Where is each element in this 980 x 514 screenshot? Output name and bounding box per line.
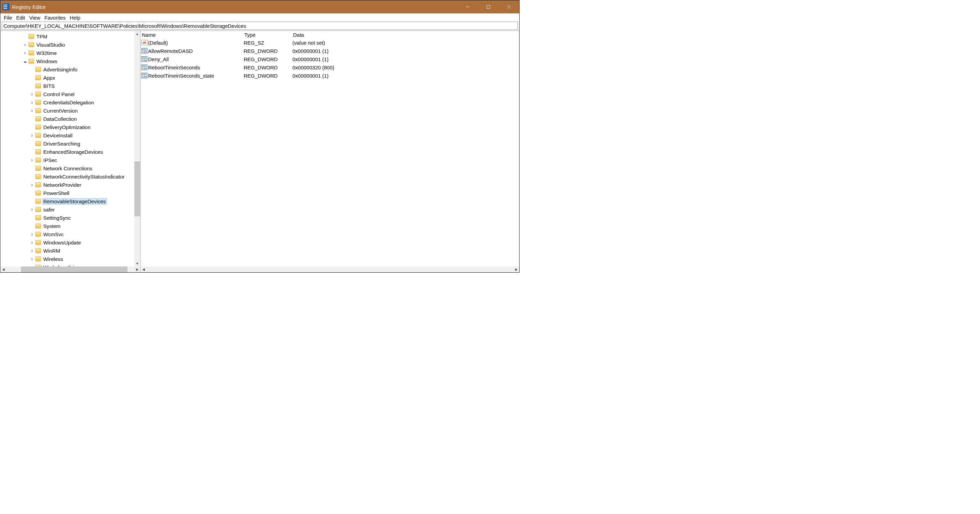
chevron-down-icon[interactable]: ⌄ xyxy=(23,58,27,64)
chevron-right-icon[interactable]: › xyxy=(30,132,34,138)
tree-item[interactable]: RemovableStorageDevices xyxy=(0,197,134,205)
tree-item[interactable]: WorkplaceJoin xyxy=(0,263,134,267)
chevron-right-icon[interactable]: › xyxy=(30,99,34,105)
scroll-thumb[interactable] xyxy=(21,267,127,272)
scroll-thumb[interactable] xyxy=(134,161,140,216)
menu-edit[interactable]: Edit xyxy=(14,14,27,21)
minimize-button[interactable] xyxy=(457,0,478,13)
value-row[interactable]: 011 110Deny_AllREG_DWORD0x00000001 (1) xyxy=(140,55,519,63)
tree-item-label: DeliveryOptimization xyxy=(42,124,92,130)
folder-icon xyxy=(35,133,41,138)
scroll-right-arrow-icon[interactable]: ▶ xyxy=(513,267,519,272)
chevron-right-icon[interactable]: › xyxy=(30,182,34,188)
list-body[interactable]: ab(Default)REG_SZ(value not set)011 110A… xyxy=(140,38,519,267)
tree-item-label: WorkplaceJoin xyxy=(42,264,78,267)
tree-item[interactable]: ›WcmSvc xyxy=(0,230,134,238)
tree-item[interactable]: ›IPSec xyxy=(0,156,134,164)
tree-item[interactable]: Network Connections xyxy=(0,164,134,172)
tree-item[interactable]: BITS xyxy=(0,82,134,90)
chevron-right-icon[interactable]: › xyxy=(23,50,27,56)
tree[interactable]: TPM›VisualStudio›W32time⌄WindowsAdvertis… xyxy=(0,31,134,267)
tree-item[interactable]: ⌄Windows xyxy=(0,57,134,65)
menu-favorites[interactable]: Favorites xyxy=(42,14,68,21)
tree-item-label: AdvertisingInfo xyxy=(42,66,78,73)
tree-item[interactable]: AdvertisingInfo xyxy=(0,65,134,73)
chevron-right-icon[interactable]: › xyxy=(30,91,34,97)
tree-item[interactable]: ›DeviceInstall xyxy=(0,131,134,140)
tree-item[interactable]: TPM xyxy=(0,32,134,41)
folder-icon xyxy=(29,42,34,47)
tree-item[interactable]: SettingSync xyxy=(0,214,134,222)
tree-item[interactable]: ›W32time xyxy=(0,49,134,57)
col-header-type[interactable]: Type xyxy=(243,32,293,38)
tree-item-label: System xyxy=(42,223,62,229)
tree-item[interactable]: ›CredentialsDelegation xyxy=(0,98,134,106)
value-row[interactable]: 011 110RebootTimeinSecondsREG_DWORD0x000… xyxy=(140,63,519,71)
value-name: AllowRemoteDASD xyxy=(148,48,193,54)
col-header-name[interactable]: Name xyxy=(141,32,243,38)
folder-icon xyxy=(35,182,41,187)
tree-item[interactable]: ›WinRM xyxy=(0,246,134,255)
chevron-right-icon[interactable]: › xyxy=(23,41,27,48)
tree-item[interactable]: ›Control Panel xyxy=(0,90,134,98)
scroll-down-arrow-icon[interactable]: ▼ xyxy=(134,260,140,267)
tree-item[interactable]: ›NetworkProvider xyxy=(0,181,134,189)
tree-item[interactable]: Appx xyxy=(0,73,134,82)
tree-item-label: Control Panel xyxy=(42,91,76,97)
chevron-right-icon[interactable]: › xyxy=(30,247,34,254)
chevron-right-icon[interactable]: › xyxy=(30,239,34,246)
chevron-right-icon[interactable]: › xyxy=(30,206,34,213)
menu-help[interactable]: Help xyxy=(68,14,83,21)
list-header[interactable]: Name Type Data xyxy=(140,31,519,38)
folder-icon xyxy=(35,257,41,261)
folder-icon xyxy=(35,248,41,253)
chevron-right-icon[interactable]: › xyxy=(30,231,34,237)
folder-icon xyxy=(35,190,41,195)
tree-item[interactable]: ›VisualStudio xyxy=(0,41,134,49)
tree-item-label: Appx xyxy=(42,75,56,81)
tree-item[interactable]: DataCollection xyxy=(0,115,134,123)
tree-item[interactable]: ›CurrentVersion xyxy=(0,106,134,115)
scroll-left-arrow-icon[interactable]: ◀ xyxy=(140,267,146,272)
tree-item[interactable]: EnhancedStorageDevices xyxy=(0,148,134,156)
value-row[interactable]: ab(Default)REG_SZ(value not set) xyxy=(140,38,519,47)
tree-item[interactable]: DeliveryOptimization xyxy=(0,123,134,131)
window-title: Registry Editor xyxy=(12,4,457,10)
tree-item[interactable]: System xyxy=(0,222,134,230)
tree-item[interactable]: ›Wireless xyxy=(0,255,134,263)
tree-item-label: IPSec xyxy=(42,157,58,163)
chevron-right-icon[interactable]: › xyxy=(30,157,34,163)
tree-item[interactable]: NetworkConnectivityStatusIndicator xyxy=(0,172,134,181)
tree-horizontal-scrollbar[interactable]: ◀ ▶ xyxy=(0,267,140,272)
close-button[interactable] xyxy=(499,0,519,13)
tree-item-label: TPM xyxy=(35,33,48,40)
list-horizontal-scrollbar[interactable]: ◀ ▶ xyxy=(140,267,519,272)
col-header-data[interactable]: Data xyxy=(293,32,519,38)
menu-file[interactable]: File xyxy=(2,14,14,21)
tree-item[interactable]: PowerShell xyxy=(0,189,134,197)
tree-item[interactable]: ›safer xyxy=(0,205,134,214)
scroll-up-arrow-icon[interactable]: ▲ xyxy=(134,31,140,37)
address-bar[interactable]: Computer\HKEY_LOCAL_MACHINE\SOFTWARE\Pol… xyxy=(2,22,518,30)
value-data: 0x00000001 (1) xyxy=(293,48,519,54)
tree-item-label: Wireless xyxy=(42,256,64,262)
folder-icon xyxy=(35,149,41,154)
value-row[interactable]: 011 110RebootTimeinSeconds_stateREG_DWOR… xyxy=(140,71,519,80)
tree-vertical-scrollbar[interactable]: ▲ ▼ xyxy=(134,31,140,267)
titlebar[interactable]: Registry Editor xyxy=(0,0,519,13)
scroll-left-arrow-icon[interactable]: ◀ xyxy=(0,267,6,272)
tree-item[interactable]: DriverSearching xyxy=(0,140,134,148)
chevron-right-icon[interactable]: › xyxy=(30,256,34,262)
tree-item-label: PowerShell xyxy=(42,190,70,197)
maximize-button[interactable] xyxy=(478,0,499,13)
chevron-right-icon[interactable]: › xyxy=(30,108,34,114)
tree-item[interactable]: ›WindowsUpdate xyxy=(0,238,134,246)
folder-icon xyxy=(35,108,41,113)
menu-view[interactable]: View xyxy=(27,14,42,21)
tree-item-label: DeviceInstall xyxy=(42,132,73,139)
value-type: REG_DWORD xyxy=(243,73,293,79)
value-row[interactable]: 011 110AllowRemoteDASDREG_DWORD0x0000000… xyxy=(140,47,519,55)
workarea: TPM›VisualStudio›W32time⌄WindowsAdvertis… xyxy=(0,30,519,272)
scroll-right-arrow-icon[interactable]: ▶ xyxy=(134,267,140,272)
svg-rect-1 xyxy=(487,5,490,9)
